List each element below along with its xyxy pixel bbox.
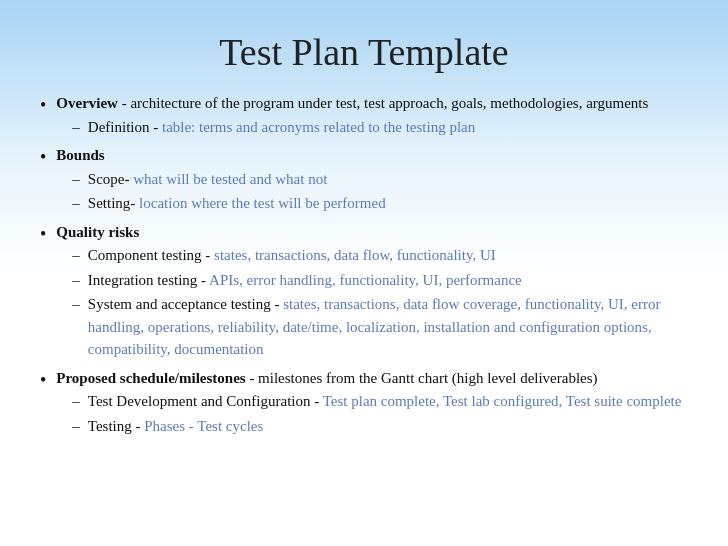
- dash-system: –: [72, 293, 80, 316]
- quality-risks-label: Quality risks: [56, 224, 139, 240]
- dash-definition: –: [72, 116, 80, 139]
- definition-colored: table: terms and acronyms related to the…: [162, 119, 475, 135]
- setting-content: Setting- location where the test will be…: [88, 192, 688, 215]
- subitem-component-testing: – Component testing - states, transactio…: [56, 244, 688, 267]
- bullet-proposed-schedule: •: [40, 367, 46, 394]
- slide: Test Plan Template • Overview - architec…: [0, 0, 728, 546]
- test-dev-content: Test Development and Configuration - Tes…: [88, 390, 688, 413]
- list-item-bounds: • Bounds – Scope- what will be tested an…: [40, 144, 688, 217]
- dash-test-dev: –: [72, 390, 80, 413]
- subitem-scope: – Scope- what will be tested and what no…: [56, 168, 688, 191]
- bullet-overview: •: [40, 92, 46, 119]
- subitem-setting: – Setting- location where the test will …: [56, 192, 688, 215]
- subitem-test-dev: – Test Development and Configuration - T…: [56, 390, 688, 413]
- item-content-overview: Overview - architecture of the program u…: [56, 92, 688, 140]
- integration-testing-content: Integration testing - APIs, error handli…: [88, 269, 688, 292]
- bullet-bounds: •: [40, 144, 46, 171]
- slide-title: Test Plan Template: [40, 30, 688, 74]
- scope-content: Scope- what will be tested and what not: [88, 168, 688, 191]
- integration-testing-colored: APIs, error handling, functionality, UI,…: [209, 272, 522, 288]
- component-testing-content: Component testing - states, transactions…: [88, 244, 688, 267]
- overview-label: Overview - architecture of the program u…: [56, 95, 648, 111]
- bounds-label: Bounds: [56, 147, 104, 163]
- subitem-definition: – Definition - table: terms and acronyms…: [56, 116, 688, 139]
- testing-colored: Phases - Test cycles: [144, 418, 263, 434]
- proposed-schedule-label: Proposed schedule/milestones - milestone…: [56, 370, 597, 386]
- component-testing-colored: states, transactions, data flow, functio…: [214, 247, 496, 263]
- overview-sublist: – Definition - table: terms and acronyms…: [56, 116, 688, 139]
- item-content-proposed-schedule: Proposed schedule/milestones - milestone…: [56, 367, 688, 440]
- proposed-schedule-sublist: – Test Development and Configuration - T…: [56, 390, 688, 437]
- list-item-quality-risks: • Quality risks – Component testing - st…: [40, 221, 688, 363]
- dash-testing: –: [72, 415, 80, 438]
- test-dev-colored: Test plan complete, Test lab configured,…: [323, 393, 682, 409]
- subitem-system-testing: – System and acceptance testing - states…: [56, 293, 688, 361]
- overview-bold: Overview: [56, 95, 118, 111]
- item-content-bounds: Bounds – Scope- what will be tested and …: [56, 144, 688, 217]
- proposed-schedule-bold: Proposed schedule/milestones: [56, 370, 245, 386]
- dash-integration: –: [72, 269, 80, 292]
- dash-setting: –: [72, 192, 80, 215]
- item-content-quality-risks: Quality risks – Component testing - stat…: [56, 221, 688, 363]
- slide-content: • Overview - architecture of the program…: [40, 92, 688, 526]
- list-item-overview: • Overview - architecture of the program…: [40, 92, 688, 140]
- bounds-sublist: – Scope- what will be tested and what no…: [56, 168, 688, 215]
- system-testing-colored: states, transactions, data flow coverage…: [88, 296, 661, 357]
- definition-content: Definition - table: terms and acronyms r…: [88, 116, 688, 139]
- quality-risks-bold: Quality risks: [56, 224, 139, 240]
- scope-colored: what will be tested and what not: [133, 171, 327, 187]
- quality-risks-sublist: – Component testing - states, transactio…: [56, 244, 688, 361]
- dash-component: –: [72, 244, 80, 267]
- system-testing-content: System and acceptance testing - states, …: [88, 293, 688, 361]
- testing-content: Testing - Phases - Test cycles: [88, 415, 688, 438]
- main-list: • Overview - architecture of the program…: [40, 92, 688, 439]
- subitem-testing: – Testing - Phases - Test cycles: [56, 415, 688, 438]
- bullet-quality-risks: •: [40, 221, 46, 248]
- bounds-bold: Bounds: [56, 147, 104, 163]
- setting-colored: location where the test will be performe…: [139, 195, 386, 211]
- dash-scope: –: [72, 168, 80, 191]
- subitem-integration-testing: – Integration testing - APIs, error hand…: [56, 269, 688, 292]
- list-item-proposed-schedule: • Proposed schedule/milestones - milesto…: [40, 367, 688, 440]
